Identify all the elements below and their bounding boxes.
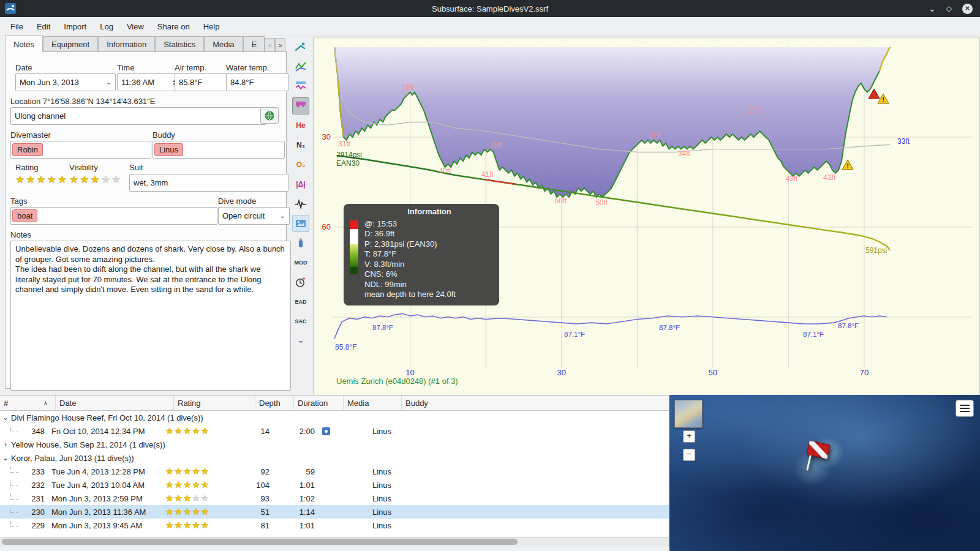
pressure-graph-icon[interactable]: [292, 58, 309, 75]
dc-ceiling-icon[interactable]: [292, 78, 309, 95]
globe-button[interactable]: [260, 107, 279, 124]
heartrate-icon[interactable]: [292, 195, 309, 212]
dive-buddy: Linus: [369, 481, 669, 490]
horizontal-scrollbar[interactable]: [0, 537, 669, 547]
rating-stars[interactable]: ★★★★★: [15, 173, 68, 186]
water-temp-field[interactable]: 84.8°F: [226, 73, 288, 91]
menu-log[interactable]: Log: [93, 18, 120, 36]
column-header-buddy[interactable]: Buddy: [402, 395, 669, 410]
column-header-num[interactable]: #∧: [0, 395, 56, 410]
tab-e[interactable]: E: [243, 36, 265, 52]
n2-icon[interactable]: N₂: [292, 137, 309, 154]
map-zoom-out-button[interactable]: −: [683, 449, 695, 461]
minimize-button[interactable]: ⌄: [929, 4, 936, 13]
dive-number: 232: [18, 481, 48, 490]
map-menu-button[interactable]: [956, 400, 974, 417]
o2-icon[interactable]: O₂: [292, 156, 309, 173]
dive-row-233[interactable]: 233Tue Jun 4, 2013 12:28 PM★★★★★9259Linu…: [0, 465, 669, 478]
svg-text:87.1°F: 87.1°F: [564, 331, 585, 338]
air-temp-field[interactable]: 85.8°F: [175, 73, 228, 91]
dive-row-348[interactable]: 348Fri Oct 10, 2014 12:34 PM★★★★★142:00L…: [0, 424, 669, 438]
collapse-icon[interactable]: ⌄: [0, 413, 11, 422]
chevron-down-icon: ⌄: [106, 78, 111, 86]
date-value: Mon Jun 3, 2013: [20, 78, 79, 87]
buddy-label: Buddy: [153, 130, 175, 140]
dive-rating: ★★★★★: [162, 493, 239, 504]
star-filled-icon: ★: [201, 466, 209, 476]
maximize-button[interactable]: ◇: [946, 5, 952, 12]
tab-media[interactable]: Media: [204, 36, 243, 52]
tab-scroll-left-button[interactable]: <: [265, 38, 275, 52]
dive-mode-select[interactable]: Open circuit ⌄: [218, 207, 290, 225]
suit-field[interactable]: wet, 3mm: [129, 174, 288, 192]
sort-indicator-icon: ∧: [43, 400, 48, 407]
notes-textarea[interactable]: Unbelievable dive. Dozens and dozens of …: [10, 241, 291, 391]
trip-row[interactable]: ›Yellow House, Sun Sep 21, 2014 (1 dive(…: [0, 438, 669, 451]
dive-row-229[interactable]: 229Mon Jun 3, 2013 9:45 AM★★★★★811:01Lin…: [0, 519, 669, 532]
tab-equipment[interactable]: Equipment: [43, 36, 98, 52]
star-filled-icon: ★: [192, 466, 200, 476]
collapse-icon[interactable]: ⌄: [0, 454, 11, 462]
media-icon[interactable]: [322, 427, 330, 435]
divemaster-tag[interactable]: Robin: [12, 143, 43, 156]
dive-row-231[interactable]: 231Mon Jun 3, 2013 2:59 PM★★★★★931:02Lin…: [0, 492, 669, 505]
map-overview[interactable]: [674, 400, 703, 428]
buddy-field[interactable]: Linus: [153, 141, 285, 159]
time-spinbox[interactable]: 11:36 AM ▴▾: [117, 73, 179, 91]
column-header-date[interactable]: Date: [56, 395, 174, 410]
map-zoom-in-button[interactable]: +: [683, 430, 695, 443]
dive-date: Tue Jun 4, 2013 10:04 AM: [48, 481, 162, 490]
dive-mode-value: Open circuit: [222, 211, 265, 220]
svg-text:33ft: 33ft: [897, 137, 910, 146]
ndl-icon[interactable]: +: [292, 274, 309, 291]
column-header-depth[interactable]: Depth: [255, 395, 294, 410]
he-icon[interactable]: He: [292, 117, 309, 134]
tab-statistics[interactable]: Statistics: [155, 36, 204, 52]
menu-share-on[interactable]: Share on: [151, 18, 197, 36]
toolbar-scroll-down-button[interactable]: ⌄: [292, 335, 309, 345]
tab-scroll-right-button[interactable]: >: [275, 38, 285, 52]
sac-icon[interactable]: SAC: [292, 313, 309, 330]
star-filled-icon: ★: [201, 425, 209, 436]
menu-help[interactable]: Help: [197, 18, 227, 36]
divemaster-field[interactable]: Robin: [10, 141, 151, 159]
visibility-stars[interactable]: ★★★★★: [69, 173, 122, 186]
tag-boat[interactable]: boat: [12, 209, 37, 222]
mod-icon[interactable]: MOD: [292, 254, 309, 271]
buddy-tag[interactable]: Linus: [154, 143, 183, 156]
tags-field[interactable]: boat: [10, 207, 217, 225]
tab-notes[interactable]: Notes: [5, 36, 43, 52]
photos-icon[interactable]: [292, 215, 309, 232]
menu-import[interactable]: Import: [57, 18, 93, 36]
star-filled-icon: ★: [192, 520, 200, 530]
column-header-rating[interactable]: Rating: [174, 395, 255, 410]
menu-file[interactable]: File: [4, 18, 30, 36]
date-combobox[interactable]: Mon Jun 3, 2013 ⌄: [15, 73, 116, 91]
menu-view[interactable]: View: [120, 18, 151, 36]
dive-date: Mon Jun 3, 2013 2:59 PM: [48, 494, 162, 503]
ead-icon[interactable]: EAD: [292, 293, 309, 310]
expand-icon[interactable]: ›: [0, 440, 11, 449]
tab-information[interactable]: Information: [98, 36, 155, 52]
diver-icon[interactable]: [292, 39, 309, 56]
delta-icon[interactable]: |Δ|: [292, 176, 309, 193]
column-header-duration[interactable]: Duration: [294, 395, 344, 410]
trip-label: Koror, Palau, Jun 2013 (11 dive(s)): [11, 454, 134, 463]
tab-bar: NotesEquipmentInformationStatisticsMedia…: [5, 35, 285, 52]
menu-edit[interactable]: Edit: [30, 18, 57, 36]
svg-text:+: +: [303, 276, 306, 282]
dive-buddy: Linus: [369, 508, 669, 517]
location-field[interactable]: Ulong channel: [10, 107, 266, 125]
calc-ceiling-icon[interactable]: [292, 97, 309, 114]
map-panel[interactable]: + −: [669, 395, 980, 551]
dive-row-230[interactable]: 230Mon Jun 3, 2013 11:36 AM★★★★★511:14Li…: [0, 505, 669, 519]
scrollbar-thumb[interactable]: [2, 539, 518, 545]
trip-row[interactable]: ⌄Divi Flamingo House Reef, Fri Oct 10, 2…: [0, 411, 669, 424]
close-button[interactable]: ✕: [962, 4, 973, 14]
dive-row-232[interactable]: 232Tue Jun 4, 2013 10:04 AM★★★★★1041:01L…: [0, 478, 669, 492]
svg-text:2914psi: 2914psi: [336, 151, 362, 159]
gaschange-icon[interactable]: [292, 234, 309, 252]
column-header-media[interactable]: Media: [344, 395, 402, 410]
dive-flag-marker[interactable]: [803, 439, 840, 476]
trip-row[interactable]: ⌄Koror, Palau, Jun 2013 (11 dive(s)): [0, 451, 669, 465]
